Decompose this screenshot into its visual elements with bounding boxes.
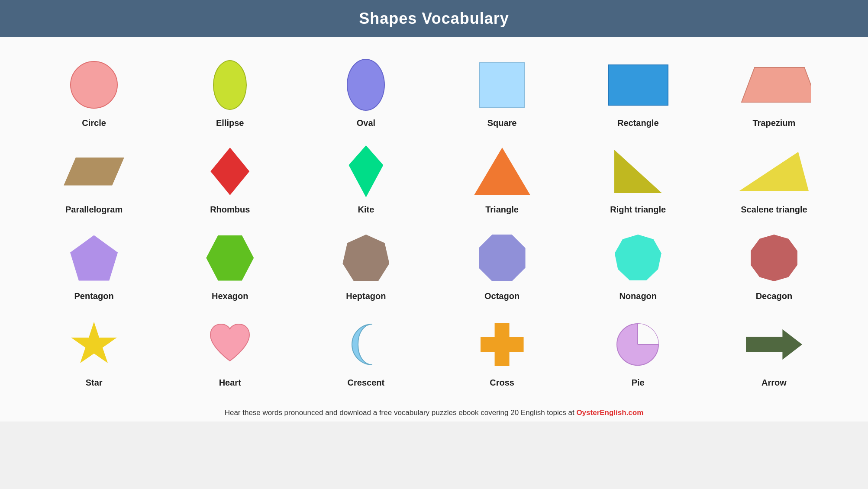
- arrow-label: Arrow: [762, 378, 787, 388]
- circle-shape: [70, 61, 118, 109]
- shape-nonagon-container: [570, 230, 706, 286]
- shape-cell-heptagon: Heptagon: [298, 223, 434, 306]
- page-title: Shapes Vocabulary: [359, 10, 509, 27]
- pie-shape: [615, 322, 661, 367]
- heptagon-shape: [342, 235, 389, 281]
- shape-cell-right-triangle: Right triangle: [570, 137, 706, 219]
- shape-rectangle-container: [570, 57, 706, 113]
- shape-crescent-container: [298, 316, 434, 373]
- shape-cell-scalene-triangle: Scalene triangle: [706, 137, 842, 219]
- crescent-label: Crescent: [348, 378, 385, 388]
- nonagon-shape: [615, 235, 661, 281]
- heart-shape: [206, 322, 254, 367]
- shape-cell-hexagon: Hexagon: [162, 223, 298, 306]
- ellipse-label: Ellipse: [216, 118, 244, 128]
- crescent-shape: [344, 320, 387, 370]
- footer: Hear these words pronounced and download…: [0, 401, 868, 421]
- rectangle-shape: [608, 64, 668, 106]
- shape-trapezium-container: [706, 57, 842, 113]
- shape-kite-container: [298, 143, 434, 199]
- heart-label: Heart: [219, 378, 241, 388]
- shape-cell-octagon: Octagon: [434, 223, 570, 306]
- parallelogram-shape: [64, 158, 124, 186]
- pie-label: Pie: [632, 378, 645, 388]
- shape-cell-rhombus: Rhombus: [162, 137, 298, 219]
- shapes-grid: Circle Ellipse Oval Square Rectangle: [26, 50, 842, 392]
- right-triangle-label: Right triangle: [610, 205, 666, 215]
- main-content: Circle Ellipse Oval Square Rectangle: [0, 37, 868, 401]
- circle-label: Circle: [82, 118, 106, 128]
- shape-cell-parallelogram: Parallelogram: [26, 137, 162, 219]
- shape-cell-decagon: Decagon: [706, 223, 842, 306]
- shape-cell-pie: Pie: [570, 310, 706, 392]
- cross-label: Cross: [490, 378, 514, 388]
- octagon-label: Octagon: [484, 291, 520, 301]
- right-triangle-shape: [614, 150, 662, 193]
- shape-cell-kite: Kite: [298, 137, 434, 219]
- shape-cell-crescent: Crescent: [298, 310, 434, 392]
- arrow-shape: [746, 329, 802, 360]
- shape-cell-arrow: Arrow: [706, 310, 842, 392]
- square-shape: [479, 62, 525, 108]
- pentagon-label: Pentagon: [74, 291, 114, 301]
- rhombus-shape: [210, 148, 249, 195]
- shape-parallelogram-container: [26, 143, 162, 199]
- shape-square-container: [434, 57, 570, 113]
- shape-cross-container: [434, 316, 570, 373]
- shape-cell-nonagon: Nonagon: [570, 223, 706, 306]
- parallelogram-label: Parallelogram: [65, 205, 123, 215]
- shape-cell-heart: Heart: [162, 310, 298, 392]
- shape-arrow-container: [706, 316, 842, 373]
- shape-cell-circle: Circle: [26, 50, 162, 132]
- rectangle-label: Rectangle: [617, 118, 659, 128]
- shape-octagon-container: [434, 230, 570, 286]
- heptagon-label: Heptagon: [346, 291, 386, 301]
- svg-marker-0: [742, 68, 811, 102]
- trapezium-label: Trapezium: [752, 118, 795, 128]
- shape-triangle-container: [434, 143, 570, 199]
- shape-cell-rectangle: Rectangle: [570, 50, 706, 132]
- triangle-shape: [474, 148, 530, 195]
- shape-hexagon-container: [162, 230, 298, 286]
- shape-star-container: [26, 316, 162, 373]
- scalene-triangle-shape: [739, 152, 809, 191]
- decagon-shape: [751, 235, 797, 281]
- kite-shape: [348, 145, 383, 197]
- header: Shapes Vocabulary: [0, 0, 868, 37]
- pentagon-shape: [70, 235, 118, 281]
- shape-circle-container: [26, 57, 162, 113]
- shape-right-triangle-container: [570, 143, 706, 199]
- kite-label: Kite: [358, 205, 374, 215]
- shape-cell-cross: Cross: [434, 310, 570, 392]
- triangle-label: Triangle: [485, 205, 519, 215]
- shape-heptagon-container: [298, 230, 434, 286]
- oval-label: Oval: [357, 118, 375, 128]
- shape-scalene-triangle-container: [706, 143, 842, 199]
- star-label: Star: [86, 378, 103, 388]
- footer-text: Hear these words pronounced and download…: [225, 409, 577, 417]
- cross-shape: [481, 323, 524, 366]
- trapezium-shape: [737, 63, 811, 106]
- shape-cell-trapezium: Trapezium: [706, 50, 842, 132]
- shape-rhombus-container: [162, 143, 298, 199]
- octagon-shape: [479, 235, 526, 281]
- ellipse-shape: [213, 60, 247, 110]
- oval-shape: [347, 59, 385, 111]
- shape-cell-pentagon: Pentagon: [26, 223, 162, 306]
- shape-cell-star: Star: [26, 310, 162, 392]
- rhombus-label: Rhombus: [210, 205, 250, 215]
- shape-decagon-container: [706, 230, 842, 286]
- shape-cell-ellipse: Ellipse: [162, 50, 298, 132]
- shape-pie-container: [570, 316, 706, 373]
- shape-cell-square: Square: [434, 50, 570, 132]
- hexagon-label: Hexagon: [212, 291, 248, 301]
- footer-link[interactable]: OysterEnglish.com: [576, 409, 643, 417]
- square-label: Square: [487, 118, 517, 128]
- shape-ellipse-container: [162, 57, 298, 113]
- shape-cell-oval: Oval: [298, 50, 434, 132]
- nonagon-label: Nonagon: [619, 291, 657, 301]
- decagon-label: Decagon: [756, 291, 792, 301]
- hexagon-shape: [206, 235, 254, 281]
- shape-pentagon-container: [26, 230, 162, 286]
- shape-oval-container: [298, 57, 434, 113]
